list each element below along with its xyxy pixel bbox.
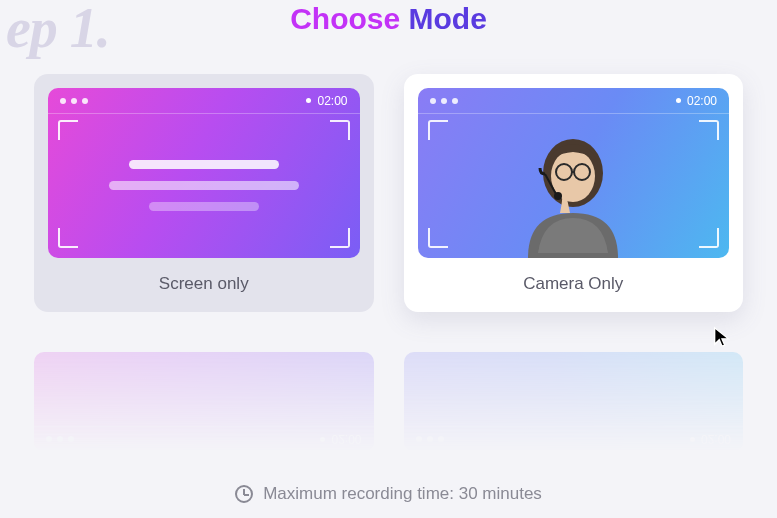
- footer-note: Maximum recording time: 30 minutes: [0, 484, 777, 504]
- footer-text: Maximum recording time: 30 minutes: [263, 484, 542, 504]
- frame-corner-icon: [699, 228, 719, 248]
- person-avatar: [488, 118, 658, 258]
- mode-cards: 02:00 Screen only 02:00: [0, 74, 777, 312]
- frame-corner-icon: [330, 120, 350, 140]
- frame-corner-icon: [330, 228, 350, 248]
- card-reflections: 02:00 02:00: [0, 352, 777, 452]
- cursor-icon: [711, 326, 733, 348]
- screen-preview: 02:00: [48, 88, 360, 258]
- card-label-camera: Camera Only: [418, 274, 730, 294]
- content-lines: [48, 160, 360, 211]
- frame-corner-icon: [58, 228, 78, 248]
- window-bar: 02:00: [48, 88, 360, 114]
- step-indicator-bg: ep 1.: [6, 0, 110, 60]
- recording-timer: 02:00: [676, 94, 717, 108]
- title-choose: Choose: [290, 2, 400, 35]
- window-bar: 02:00: [418, 88, 730, 114]
- frame-corner-icon: [58, 120, 78, 140]
- camera-preview: 02:00: [418, 88, 730, 258]
- window-dots: [430, 98, 458, 104]
- title-mode: Mode: [409, 2, 487, 35]
- recording-timer: 02:00: [306, 94, 347, 108]
- card-label-screen: Screen only: [48, 274, 360, 294]
- window-dots: [60, 98, 88, 104]
- page-title: Choose Mode: [0, 0, 777, 36]
- mode-card-screen[interactable]: 02:00 Screen only: [34, 74, 374, 312]
- frame-corner-icon: [428, 120, 448, 140]
- frame-corner-icon: [428, 228, 448, 248]
- frame-corner-icon: [699, 120, 719, 140]
- mode-card-camera[interactable]: 02:00 Camera Only: [404, 74, 744, 312]
- clock-icon: [235, 485, 253, 503]
